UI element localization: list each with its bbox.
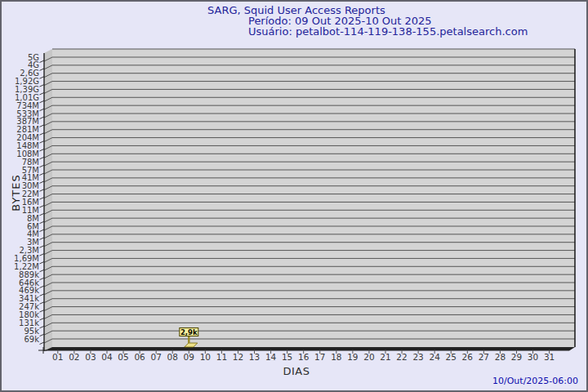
x-tick-label: 01 [52,352,63,362]
y-tick [40,85,45,87]
x-tick-label: 22 [396,352,407,362]
x-tick-label: 19 [347,352,358,362]
x-tick-label: 18 [331,352,341,362]
x-tick-label: 13 [249,352,260,362]
plot-left-wall [44,49,52,351]
y-tick [40,141,45,144]
y-tick [40,165,45,167]
x-tick-label: 20 [363,352,374,362]
y-tick [40,133,45,136]
y-tick [40,254,45,256]
y-tick [40,294,45,296]
x-tick-label: 10 [200,352,211,362]
x-tick-label: 06 [134,352,145,362]
x-tick-label: 09 [184,352,194,362]
sarg-report-window: SARG, Squid User Access Reports Período:… [0,0,588,392]
y-tick [40,181,45,184]
y-tick [40,77,45,79]
y-tick [40,189,45,192]
y-tick [40,229,45,232]
x-tick-label: 21 [380,352,390,362]
plot-back-wall [52,49,575,347]
y-tick [40,278,45,280]
y-tick [40,221,45,224]
y-tick [40,334,45,336]
generated-timestamp: 10/Out/2025-06:00 [492,376,578,386]
y-tick [40,100,45,103]
y-tick [40,310,45,313]
y-tick [40,125,45,127]
y-tick [40,213,45,216]
y-tick [40,286,45,288]
y-tick [40,198,45,200]
x-tick-label: 25 [446,352,457,362]
y-tick [40,261,45,264]
y-tick [40,326,45,328]
x-tick-label: 26 [462,352,474,362]
x-tick-label: 12 [233,352,243,362]
x-tick-label: 28 [495,352,506,362]
x-tick-label: 17 [314,352,325,362]
value-flag-label: 2,9k [180,328,198,336]
x-axis-title: DIAS [271,365,322,377]
y-tick [40,238,45,240]
y-tick [40,157,45,159]
x-tick-label: 15 [282,352,292,362]
y-tick [40,60,45,63]
y-tick [40,270,45,272]
y-tick [40,318,45,320]
x-tick-label: 24 [429,352,440,362]
y-tick [40,342,45,345]
x-tick-label: 14 [265,352,277,362]
y-tick [40,109,45,111]
chart-canvas: 5G4G2,6G1,92G1,39G1,01G734M533M387M281M2… [2,2,588,392]
y-tick-label: 69k [24,335,39,344]
x-tick-label: 27 [479,352,489,362]
x-tick-label: 03 [85,352,96,362]
x-tick-label: 04 [101,352,113,362]
x-tick-label: 31 [544,352,555,362]
y-tick [40,302,45,305]
x-tick-label: 29 [511,352,522,362]
x-tick-label: 16 [298,352,310,362]
y-tick [40,92,45,95]
x-tick-label: 07 [150,352,161,362]
x-tick-label: 23 [412,352,423,362]
x-tick-label: 30 [528,352,538,362]
x-tick-label: 11 [216,352,227,362]
y-tick [40,149,45,151]
x-tick-label: 08 [167,352,178,362]
x-tick-label: 02 [69,352,79,362]
y-tick [40,117,45,119]
y-tick [40,69,45,71]
y-tick [40,205,45,207]
y-tick [40,173,45,176]
x-tick-label: 05 [118,352,128,362]
y-tick [40,246,45,248]
